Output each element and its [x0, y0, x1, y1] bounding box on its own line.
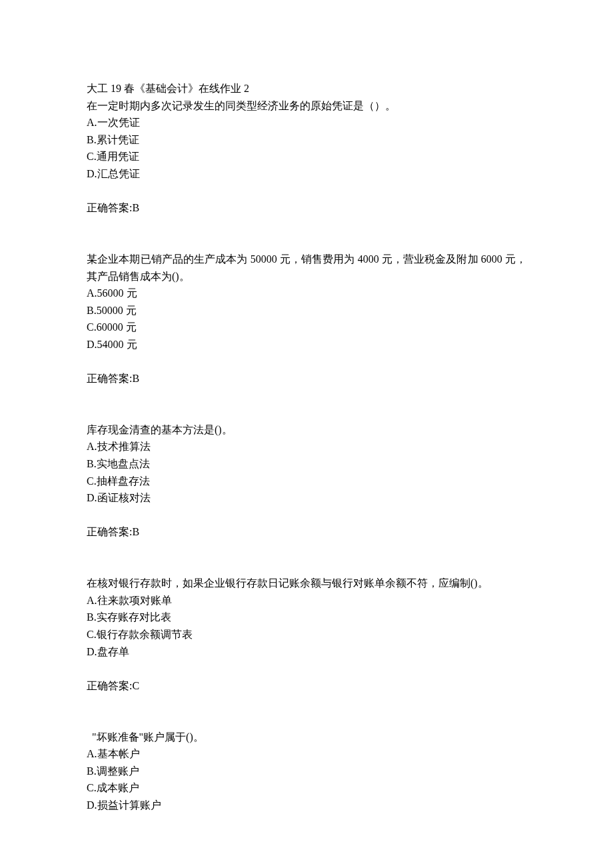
question-5-option-c: C.成本账户: [87, 779, 526, 797]
question-2-prompt: 某企业本期已销产品的生产成本为 50000 元，销售费用为 4000 元，营业税…: [87, 251, 526, 285]
question-5-option-d: D.损益计算账户: [87, 797, 526, 814]
question-3-option-a: A.技术推算法: [87, 438, 526, 455]
spacer: [87, 353, 526, 371]
question-3-option-b: B.实地盘点法: [87, 455, 526, 473]
spacer: [87, 694, 526, 728]
question-2-option-a: A.56000 元: [87, 285, 526, 302]
spacer: [87, 660, 526, 677]
question-2-option-c: C.60000 元: [87, 319, 526, 336]
spacer: [87, 387, 526, 421]
question-2: 某企业本期已销产品的生产成本为 50000 元，销售费用为 4000 元，营业税…: [87, 251, 526, 387]
question-5-prompt: "坏账准备"账户属于()。: [87, 729, 526, 746]
question-1-option-d: D.汇总凭证: [87, 165, 526, 183]
question-2-answer: 正确答案:B: [87, 370, 526, 387]
question-5: "坏账准备"账户属于()。 A.基本帐户 B.调整账户 C.成本账户 D.损益计…: [87, 729, 526, 814]
question-1: 在一定时期内多次记录发生的同类型经济业务的原始凭证是（）。 A.一次凭证 B.累…: [87, 97, 526, 217]
spacer: [87, 507, 526, 524]
question-3-answer: 正确答案:B: [87, 523, 526, 541]
spacer: [87, 183, 526, 200]
question-4-option-c: C.银行存款余额调节表: [87, 626, 526, 643]
question-5-option-b: B.调整账户: [87, 763, 526, 780]
question-1-option-b: B.累计凭证: [87, 131, 526, 149]
question-2-option-d: D.54000 元: [87, 336, 526, 353]
document-title: 大工 19 春《基础会计》在线作业 2: [87, 80, 526, 97]
question-4-option-d: D.盘存单: [87, 643, 526, 661]
question-2-option-b: B.50000 元: [87, 302, 526, 319]
question-3-prompt: 库存现金清查的基本方法是()。: [87, 421, 526, 439]
question-1-answer: 正确答案:B: [87, 199, 526, 217]
question-4-answer: 正确答案:C: [87, 677, 526, 695]
spacer: [87, 217, 526, 251]
question-4-option-a: A.往来款项对账单: [87, 592, 526, 609]
question-5-option-a: A.基本帐户: [87, 745, 526, 763]
question-3-option-d: D.函证核对法: [87, 489, 526, 507]
question-4-option-b: B.实存账存对比表: [87, 609, 526, 626]
question-1-prompt: 在一定时期内多次记录发生的同类型经济业务的原始凭证是（）。: [87, 97, 526, 115]
question-3-option-c: C.抽样盘存法: [87, 473, 526, 490]
question-4-prompt: 在核对银行存款时，如果企业银行存款日记账余额与银行对账单余额不符，应编制()。: [87, 575, 526, 592]
question-4: 在核对银行存款时，如果企业银行存款日记账余额与银行对账单余额不符，应编制()。 …: [87, 575, 526, 694]
spacer: [87, 541, 526, 575]
question-1-option-a: A.一次凭证: [87, 114, 526, 131]
question-3: 库存现金清查的基本方法是()。 A.技术推算法 B.实地盘点法 C.抽样盘存法 …: [87, 421, 526, 541]
question-1-option-c: C.通用凭证: [87, 148, 526, 165]
